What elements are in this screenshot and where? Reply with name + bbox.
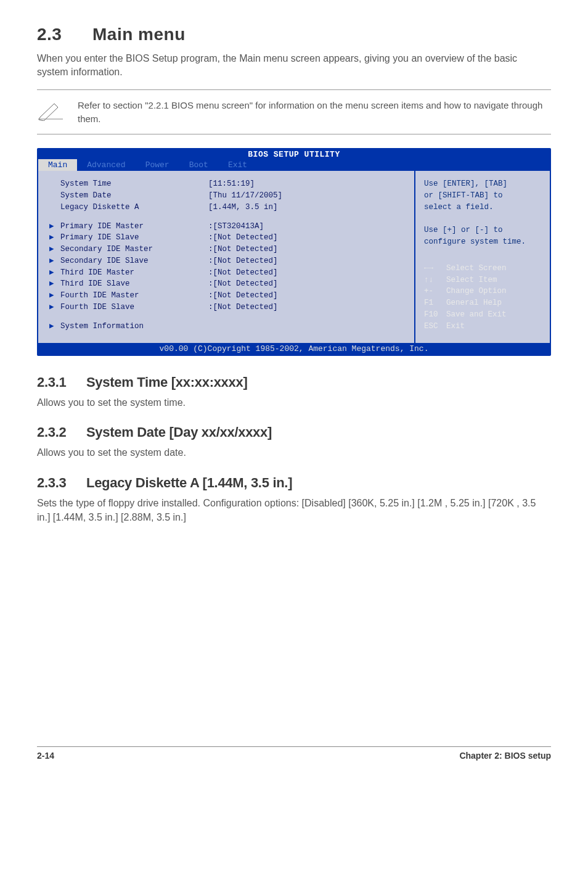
bios-screenshot: BIOS SETUP UTILITY Main Advanced Power B…: [37, 148, 551, 356]
section-title-text: Main menu: [92, 25, 186, 44]
note-text: Refer to section "2.2.1 BIOS menu screen…: [78, 99, 551, 126]
row-label: System Date: [60, 190, 208, 202]
row-value: [11:51:19]: [208, 178, 255, 190]
row-label: Fourth IDE Master: [60, 290, 208, 302]
subsection-body: Sets the type of floppy drive installed.…: [37, 496, 551, 524]
row-value: [Thu 11/17/2005]: [208, 190, 282, 202]
bios-copyright: v00.00 (C)Copyright 1985-2002, American …: [38, 343, 550, 355]
row-value: :[Not Detected]: [208, 232, 278, 244]
triangle-icon: ▶: [49, 267, 60, 279]
row-value: :[Not Detected]: [208, 290, 278, 302]
hint-key: F10: [424, 309, 446, 321]
note-box: Refer to section "2.2.1 BIOS menu screen…: [37, 89, 551, 135]
hint-desc: Exit: [446, 322, 465, 331]
intro-paragraph: When you enter the BIOS Setup program, t…: [37, 52, 551, 80]
subsection-body: Allows you to set the system time.: [37, 395, 551, 410]
hint-desc: Save and Exit: [446, 310, 507, 319]
hint-key: ←→: [424, 263, 446, 274]
tab-exit: Exit: [218, 159, 257, 171]
triangle-icon: ▶: [49, 302, 60, 313]
triangle-icon: ▶: [49, 221, 60, 233]
page-footer: 2-14 Chapter 2: BIOS setup: [37, 746, 551, 761]
subsection-number: 2.3.1: [37, 374, 86, 390]
row-value: :[ST320413A]: [208, 221, 264, 233]
hint-desc: Change Option: [446, 287, 507, 295]
row-label: System Information: [60, 321, 208, 332]
tab-power: Power: [136, 159, 179, 171]
section-title: 2.3Main menu: [37, 25, 551, 44]
hint-key: F1: [424, 297, 446, 309]
bios-help-panel: Use [ENTER], [TAB] or [SHIFT-TAB] to sel…: [414, 171, 550, 343]
row-label: Fourth IDE Slave: [60, 302, 208, 313]
triangle-icon: ▶: [49, 232, 60, 244]
hint-desc: General Help: [446, 299, 502, 307]
pencil-icon: [37, 99, 64, 123]
row-value: :[Not Detected]: [208, 302, 278, 313]
triangle-icon: ▶: [49, 244, 60, 255]
hint-desc: Select Item: [446, 276, 497, 284]
row-value: :[Not Detected]: [208, 244, 278, 255]
subsection-title: 2.3.1System Time [xx:xx:xxxx]: [37, 374, 551, 390]
row-label: Primary IDE Slave: [60, 232, 208, 244]
triangle-icon: ▶: [49, 278, 60, 290]
triangle-icon: ▶: [49, 321, 60, 332]
bios-key-hints: ←→Select Screen ↑↓Select Item +-Change O…: [424, 263, 542, 332]
tab-advanced: Advanced: [77, 159, 135, 171]
row-label: Primary IDE Master: [60, 221, 208, 233]
row-label: Third IDE Slave: [60, 278, 208, 290]
chapter-label: Chapter 2: BIOS setup: [459, 751, 551, 761]
row-label: Legacy Diskette A: [60, 202, 208, 213]
subsection-number: 2.3.3: [37, 475, 86, 491]
hint-desc: Select Screen: [446, 264, 507, 273]
row-value: :[Not Detected]: [208, 255, 278, 267]
row-value: :[Not Detected]: [208, 267, 278, 279]
subsection-number: 2.3.2: [37, 424, 86, 440]
subsection-title-text: Legacy Diskette A [1.44M, 3.5 in.]: [86, 475, 292, 490]
row-label: System Time: [60, 178, 208, 190]
subsection-title-text: System Time [xx:xx:xxxx]: [86, 374, 247, 390]
row-label: Secondary IDE Master: [60, 244, 208, 255]
subsection-title: 2.3.3Legacy Diskette A [1.44M, 3.5 in.]: [37, 475, 551, 491]
hint-key: ↑↓: [424, 274, 446, 286]
row-value: :[Not Detected]: [208, 278, 278, 290]
subsection-title-text: System Date [Day xx/xx/xxxx]: [86, 424, 272, 440]
bios-main-panel: System Time[11:51:19] System Date[Thu 11…: [38, 171, 414, 343]
bios-title: BIOS SETUP UTILITY: [38, 149, 550, 159]
bios-tabs: Main Advanced Power Boot Exit: [38, 159, 550, 171]
bios-help-text: Use [ENTER], [TAB] or [SHIFT-TAB] to sel…: [424, 178, 542, 248]
subsection-body: Allows you to set the system date.: [37, 445, 551, 460]
hint-key: ESC: [424, 321, 446, 332]
hint-key: +-: [424, 286, 446, 297]
tab-boot: Boot: [179, 159, 218, 171]
subsection-title: 2.3.2System Date [Day xx/xx/xxxx]: [37, 424, 551, 440]
row-label: Third IDE Master: [60, 267, 208, 279]
page-number: 2-14: [37, 751, 54, 761]
section-number: 2.3: [37, 25, 92, 44]
triangle-icon: ▶: [49, 255, 60, 267]
tab-main: Main: [38, 159, 77, 171]
row-label: Secondary IDE Slave: [60, 255, 208, 267]
triangle-icon: ▶: [49, 290, 60, 302]
row-value: [1.44M, 3.5 in]: [208, 202, 278, 213]
